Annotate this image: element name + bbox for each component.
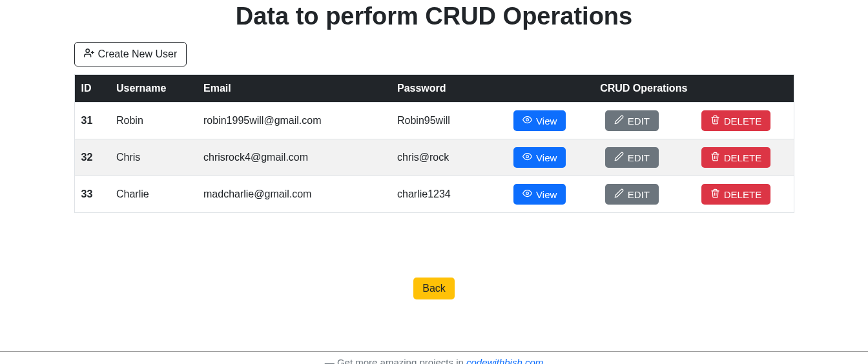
back-button[interactable]: Back (413, 278, 455, 299)
trash-icon (710, 152, 720, 163)
cell-username: Charlie (110, 176, 197, 213)
cell-password: charlie1234 (391, 176, 494, 213)
trash-icon (710, 115, 720, 126)
view-label: View (536, 152, 557, 163)
delete-label: DELETE (724, 116, 761, 126)
header-id: ID (74, 75, 110, 103)
header-operations: CRUD Operations (494, 75, 794, 103)
table-row: 31Robinrobin1995will@gmail.comRobin95wil… (74, 103, 794, 139)
footer-prefix: — Get more amazing projects in (325, 357, 466, 364)
eye-icon (522, 152, 532, 163)
cell-email: robin1995will@gmail.com (197, 103, 391, 139)
users-table: ID Username Email Password CRUD Operatio… (74, 74, 794, 213)
user-plus-icon (84, 48, 94, 61)
cell-email: chrisrock4@gmail.com (197, 139, 391, 176)
pencil-icon (614, 152, 624, 163)
create-user-button[interactable]: Create New User (74, 42, 187, 66)
create-user-label: Create New User (98, 48, 178, 60)
eye-icon (522, 115, 532, 126)
svg-point-3 (526, 119, 529, 121)
cell-username: Robin (110, 103, 197, 139)
view-button[interactable]: View (513, 184, 566, 205)
cell-password: Robin95will (391, 103, 494, 139)
view-button[interactable]: View (513, 147, 566, 168)
edit-label: EDIT (628, 189, 650, 200)
table-header-row: ID Username Email Password CRUD Operatio… (74, 75, 794, 103)
delete-label: DELETE (724, 189, 761, 200)
trash-icon (710, 188, 720, 200)
view-button[interactable]: View (513, 110, 566, 131)
svg-point-5 (526, 192, 529, 195)
edit-button[interactable]: EDIT (605, 147, 659, 168)
svg-point-0 (86, 49, 89, 52)
header-password: Password (391, 75, 494, 103)
delete-button[interactable]: DELETE (701, 147, 770, 168)
page-title: Data to perform CRUD Operations (74, 3, 794, 30)
header-email: Email (197, 75, 391, 103)
pencil-icon (614, 188, 624, 200)
cell-email: madcharlie@gmail.com (197, 176, 391, 213)
edit-label: EDIT (628, 152, 650, 163)
cell-password: chris@rock (391, 139, 494, 176)
delete-button[interactable]: DELETE (701, 184, 770, 205)
delete-button[interactable]: DELETE (701, 110, 770, 131)
cell-id: 33 (74, 176, 110, 213)
view-label: View (536, 116, 557, 126)
cell-id: 32 (74, 139, 110, 176)
table-row: 32Chrischrisrock4@gmail.comchris@rockVie… (74, 139, 794, 176)
cell-username: Chris (110, 139, 197, 176)
delete-label: DELETE (724, 152, 761, 163)
footer-link[interactable]: codewithbish.com (466, 357, 543, 364)
edit-button[interactable]: EDIT (605, 110, 659, 131)
footer-text: — Get more amazing projects in codewithb… (0, 352, 868, 364)
edit-button[interactable]: EDIT (605, 184, 659, 205)
view-label: View (536, 189, 557, 200)
eye-icon (522, 188, 532, 200)
svg-point-4 (526, 156, 529, 158)
edit-label: EDIT (628, 116, 650, 126)
pencil-icon (614, 115, 624, 126)
table-row: 33Charliemadcharlie@gmail.comcharlie1234… (74, 176, 794, 213)
header-username: Username (110, 75, 197, 103)
cell-id: 31 (74, 103, 110, 139)
